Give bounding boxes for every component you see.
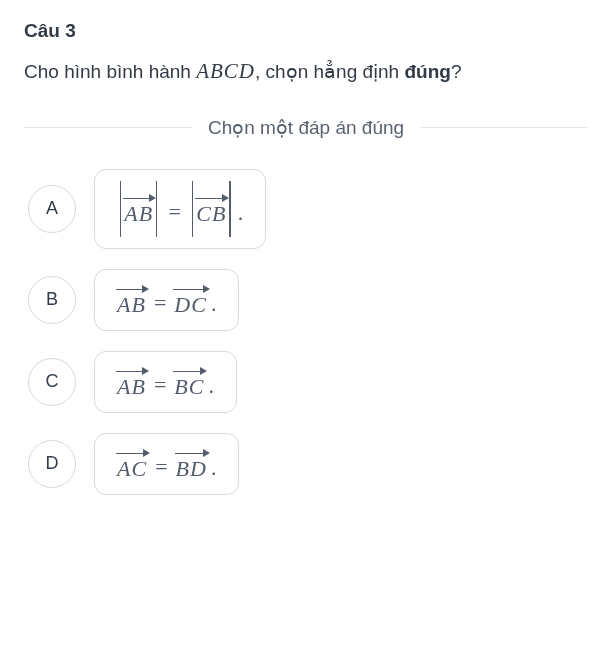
vector-cb: CB [196, 193, 226, 225]
option-b-answer[interactable]: AB = DC . [94, 269, 239, 331]
prompt-bold: đúng [404, 61, 450, 82]
option-a-radio[interactable]: A [28, 185, 76, 233]
option-c-math: AB = BC . [117, 366, 214, 398]
option-a-math: AB = CB . [117, 181, 243, 237]
prompt-expression: ABCD [196, 59, 255, 83]
equals-sign: = [155, 450, 167, 478]
prompt-post: , chọn hẳng định [255, 61, 404, 82]
prompt-pre: Cho hình bình hành [24, 61, 196, 82]
vector-bc: BC [174, 366, 204, 398]
divider-line-left [24, 127, 192, 128]
period: . [211, 285, 217, 315]
option-d-answer[interactable]: AC = BD . [94, 433, 239, 495]
option-d-radio[interactable]: D [28, 440, 76, 488]
vector-ab: AB [117, 284, 146, 316]
question-number: Câu 3 [24, 20, 588, 42]
option-c: C AB = BC . [28, 351, 588, 413]
vector-bd: BD [176, 448, 207, 480]
option-c-radio[interactable]: C [28, 358, 76, 406]
option-b-radio[interactable]: B [28, 276, 76, 324]
abs-bar-icon [192, 181, 193, 237]
option-a: A AB = CB . [28, 169, 588, 249]
instruction-text: Chọn một đáp án đúng [192, 116, 420, 139]
abs-bar-icon [156, 181, 157, 237]
prompt-end: ? [451, 61, 462, 82]
vector-ac: AC [117, 448, 147, 480]
abs-bar-icon [120, 181, 121, 237]
period: . [208, 367, 214, 397]
vector-ab: AB [124, 193, 153, 225]
equals-sign: = [154, 286, 166, 314]
option-b: B AB = DC . [28, 269, 588, 331]
period: . [211, 449, 217, 479]
option-d-math: AC = BD . [117, 448, 216, 480]
divider-line-right [420, 127, 588, 128]
option-b-math: AB = DC . [117, 284, 216, 316]
option-a-answer[interactable]: AB = CB . [94, 169, 266, 249]
abs-bar-icon [229, 181, 230, 237]
vector-dc: DC [174, 284, 207, 316]
option-c-answer[interactable]: AB = BC . [94, 351, 237, 413]
equals-sign: = [168, 195, 180, 223]
period: . [238, 194, 244, 224]
question-prompt: Cho hình bình hành ABCD, chọn hẳng định … [24, 56, 588, 88]
vector-ab: AB [117, 366, 146, 398]
equals-sign: = [154, 368, 166, 396]
instruction-divider: Chọn một đáp án đúng [24, 116, 588, 139]
option-d: D AC = BD . [28, 433, 588, 495]
options-list: A AB = CB . B AB = DC . [24, 169, 588, 495]
